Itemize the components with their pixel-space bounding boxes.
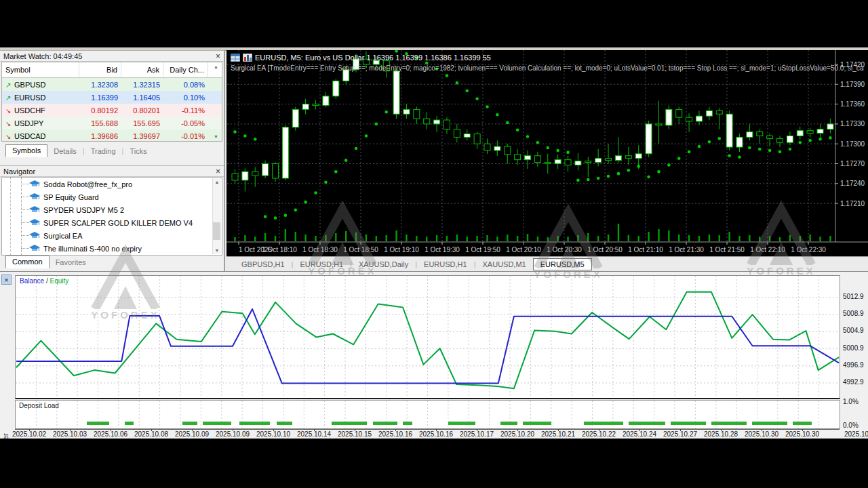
- axis-tick: [355, 429, 355, 431]
- navigator-title: Navigator: [3, 167, 35, 176]
- tree-branch: [21, 197, 29, 197]
- axis-tick: [151, 429, 152, 431]
- balance-equity-chart[interactable]: Balance / Equity: [15, 275, 840, 399]
- trend-down-icon: ↘: [5, 120, 14, 127]
- trend-up-icon: ↗: [5, 94, 14, 102]
- value-tick: 5012.9: [843, 293, 868, 300]
- value-tick: 5008.9: [843, 310, 868, 317]
- navigator-item-label: SPYDER USDJPY M5 2: [43, 206, 124, 214]
- market-watch-titlebar: Market Watch: 04:49:45 ×: [0, 50, 224, 62]
- close-icon[interactable]: ×: [216, 53, 220, 60]
- tab-ticks[interactable]: Ticks: [123, 146, 153, 157]
- tree-branch: [21, 222, 29, 223]
- navigator-item[interactable]: SPYDER USDJPY M5 2: [2, 203, 222, 216]
- svg-text:1 Oct 20:10: 1 Oct 20:10: [506, 246, 541, 253]
- value-tick: 4992.9: [843, 378, 868, 386]
- change-cell: -0.01%: [163, 132, 208, 140]
- axis-tick: [762, 429, 762, 431]
- table-row[interactable]: ↘USDCAD1.396861.39697-0.01%: [2, 129, 222, 142]
- symbol-cell: ↗GBPUSD: [2, 81, 79, 89]
- table-row[interactable]: ↗GBPUSD1.323081.323150.08%: [2, 78, 222, 91]
- ask-cell: 155.695: [121, 119, 163, 127]
- navigator-item[interactable]: Sodda Robot@free_fx_pro: [2, 178, 222, 190]
- svg-text:1.17330: 1.17330: [840, 120, 865, 127]
- navigator-item[interactable]: The illuminati S-400 no expiry: [2, 242, 222, 255]
- axis-tick: [802, 429, 803, 431]
- axis-tick: [233, 429, 233, 431]
- navigator-item[interactable]: SP Equity Guard: [2, 190, 222, 203]
- table-row[interactable]: ↘USDJPY155.688155.695-0.05%: [2, 117, 222, 129]
- chart-tab-eurusd-h1[interactable]: EURUSD,H1: [293, 259, 350, 270]
- chart-legend: Balance / Equity: [20, 277, 68, 285]
- value-tick: 4996.9: [843, 361, 868, 369]
- navigator-item[interactable]: SUPER SCALPER GOLD KILLER DEMO V4: [2, 216, 222, 229]
- market-watch-rows: ↗GBPUSD1.323081.323150.08%↗EURUSD1.16399…: [2, 78, 222, 142]
- chart-tab-gbpusd-h1[interactable]: GBPUSD,H1: [235, 259, 292, 270]
- trend-down-icon: ↘: [5, 107, 14, 115]
- axis-tick: [111, 429, 111, 431]
- tab-favorites[interactable]: Favorites: [50, 257, 92, 268]
- scrollbar-thumb[interactable]: [213, 222, 220, 240]
- axis-tick: [273, 429, 274, 431]
- candlestick-chart[interactable]: 1.174201.173901.173601.173301.173001.172…: [226, 50, 868, 256]
- svg-text:1 Oct 21:50: 1 Oct 21:50: [709, 246, 745, 253]
- column-ask[interactable]: Ask: [121, 62, 163, 77]
- symbol-name: GBPUSD: [14, 81, 45, 89]
- chart-tab-xauusd-daily[interactable]: XAUUSD,Daily: [352, 259, 415, 270]
- bars-icon: [243, 54, 252, 62]
- svg-text:1 Oct 19:30: 1 Oct 19:30: [425, 246, 460, 253]
- tester-close-button[interactable]: ×: [1, 274, 12, 285]
- axis-tick: [599, 429, 599, 431]
- legend-balance: Balance: [20, 277, 44, 285]
- ea-parameters-line: Surgical EA [TmodeEntry=== Entry Setup =…: [231, 64, 864, 72]
- svg-text:1 Oct 21:10: 1 Oct 21:10: [628, 246, 663, 253]
- symbol-name: USDCHF: [14, 106, 45, 115]
- navigator-scrollbar[interactable]: ▲ ▼: [212, 178, 221, 254]
- expert-advisor-icon: [29, 180, 40, 188]
- change-cell: -0.11%: [163, 106, 208, 115]
- scroll-up-icon[interactable]: ▲: [215, 180, 220, 184]
- market-watch-tabs: SymbolsDetails|Trading|Ticks: [0, 144, 224, 157]
- symbol-name: USDCAD: [14, 132, 45, 140]
- navigator-item[interactable]: Surgical EA: [2, 229, 222, 242]
- scroll-down-icon[interactable]: ▼: [215, 248, 220, 253]
- market-watch-scrollbar[interactable]: ▲ ▼: [211, 62, 221, 141]
- deposit-load-label: Deposit Load: [19, 402, 59, 409]
- tab-common[interactable]: Common: [5, 256, 50, 268]
- axis-tick: [680, 429, 681, 431]
- svg-text:1 Oct 22:30: 1 Oct 22:30: [791, 246, 826, 253]
- close-icon[interactable]: ×: [216, 168, 220, 175]
- tab-details[interactable]: Details: [47, 146, 83, 157]
- svg-text:1 Oct 18:50: 1 Oct 18:50: [343, 246, 378, 253]
- tab-symbols[interactable]: Symbols: [5, 144, 47, 157]
- chart-tab-eurusd-h1[interactable]: EURUSD,H1: [417, 259, 474, 270]
- chart-tab-eurusd-m5[interactable]: EURUSD,M5: [533, 258, 592, 270]
- tab-trading[interactable]: Trading: [85, 146, 122, 157]
- navigator-item-label: SUPER SCALPER GOLD KILLER DEMO V4: [43, 219, 193, 227]
- expert-advisor-icon: [29, 219, 40, 226]
- column-bid[interactable]: Bid: [79, 62, 121, 77]
- svg-text:1 Oct 18:10: 1 Oct 18:10: [262, 246, 297, 253]
- close-icon: ×: [4, 276, 8, 284]
- deposit-load-chart[interactable]: Deposit Load: [15, 400, 840, 429]
- scroll-down-icon[interactable]: ▼: [214, 134, 218, 139]
- table-row[interactable]: ↗EURUSD1.163991.164050.10%: [2, 91, 222, 104]
- change-cell: 0.08%: [163, 81, 208, 89]
- tree-branch: [21, 184, 29, 184]
- navigator-items: Sodda Robot@free_fx_proSP Equity GuardSP…: [2, 178, 222, 255]
- scroll-up-icon[interactable]: ▲: [214, 64, 218, 69]
- column-symbol[interactable]: Symbol: [2, 62, 79, 77]
- symbol-cell: ↗EURUSD: [2, 94, 79, 102]
- chart-title-row: EURUSD, M5: Euro vs US Dollar 1.16396 1.…: [231, 54, 491, 62]
- svg-text:1 Oct 22:10: 1 Oct 22:10: [750, 246, 785, 253]
- chart-tab-xauusd-m1[interactable]: XAUUSD,M1: [476, 259, 533, 270]
- letterbox-bottom: [0, 439, 868, 488]
- table-row[interactable]: ↘USDCHF0.801920.80201-0.11%: [2, 104, 222, 117]
- bid-cell: 1.32308: [79, 81, 121, 89]
- tree-branch: [21, 209, 29, 210]
- column-daily-change[interactable]: Daily Ch...: [163, 62, 208, 77]
- mt5-application: Market Watch: 04:49:45 × Symbol Bid Ask …: [0, 47, 868, 439]
- chart-tab-bar: GBPUSD,H1|EURUSD,H1|XAUUSD,Daily|EURUSD,…: [226, 256, 868, 271]
- axis-tick: [29, 429, 30, 431]
- svg-text:1 Oct 19:10: 1 Oct 19:10: [384, 246, 419, 253]
